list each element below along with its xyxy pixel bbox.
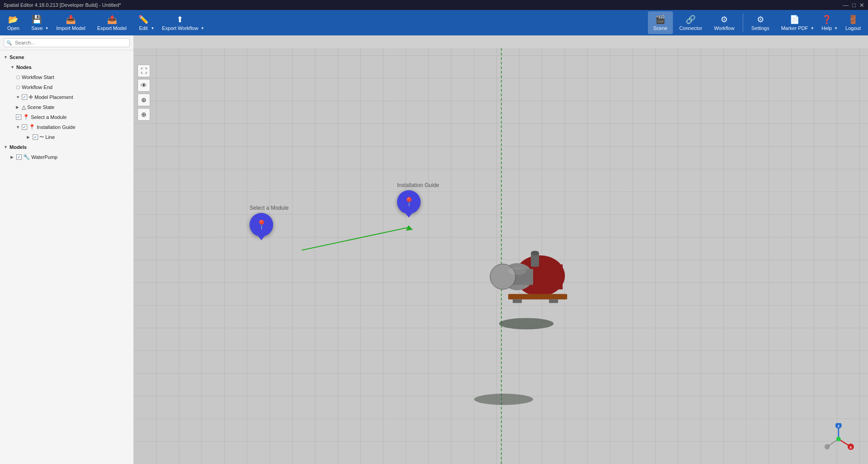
export-model-button[interactable]: 📤 Export Model — [92, 11, 132, 34]
svg-marker-1 — [406, 225, 413, 231]
export-workflow-button[interactable]: ⬆ Export Workflow — [157, 11, 206, 34]
annotation2-pin-icon: 📍 — [403, 197, 415, 207]
select-module-icon: 📍 — [23, 113, 29, 121]
workflow-end-item[interactable]: ⬡ Workflow End — [0, 82, 133, 92]
scene-state-item[interactable]: ▶ △ Scene State — [0, 102, 133, 112]
scene-state-arrow: ▶ — [16, 103, 20, 111]
scene-button[interactable]: 🎬 Scene — [648, 11, 673, 34]
svg-point-20 — [824, 444, 830, 449]
titlebar: Spatial Editor 4.18.0.213 [Developer Bui… — [0, 0, 868, 10]
export-model-icon: 📤 — [107, 15, 117, 25]
main-toolbar: 📂 Open 💾 Save 📥 Import Model 📤 Export Mo… — [0, 10, 868, 35]
open-icon: 📂 — [8, 15, 18, 25]
water-pump-item[interactable]: ▶ 🔧 WaterPump — [0, 152, 133, 162]
svg-rect-11 — [549, 299, 558, 303]
import-icon: 📥 — [66, 15, 76, 25]
export-workflow-icon: ⬆ — [177, 15, 183, 25]
svg-point-12 — [508, 267, 526, 275]
maximize-button[interactable]: □ — [852, 2, 856, 9]
save-button[interactable]: 💾 Save — [26, 11, 50, 34]
water-pump-model — [463, 239, 590, 322]
workflow-start-icon: ⬡ — [16, 73, 20, 81]
nodes-arrow: ▼ — [10, 63, 15, 71]
svg-line-0 — [302, 227, 408, 250]
logout-icon: 🚪 — [848, 15, 858, 25]
help-icon: ❓ — [822, 15, 832, 25]
water-pump-icon: 🔧 — [23, 153, 30, 161]
window-controls: — □ ✕ — [843, 2, 864, 9]
expand-tool[interactable]: ⛶ — [137, 64, 150, 77]
select-module-item[interactable]: 📍 Select a Module — [0, 112, 133, 122]
settings-icon: ⚙ — [757, 15, 764, 25]
model-placement-checkbox[interactable] — [22, 94, 27, 100]
workflow-start-item[interactable]: ⬡ Workflow Start — [0, 72, 133, 82]
eye-tool[interactable]: 👁 — [137, 79, 150, 92]
key-tool[interactable]: ⊕ — [137, 94, 150, 106]
model-placement-arrow: ▼ — [16, 93, 20, 101]
line-item[interactable]: ▶ 〜 Line — [0, 132, 133, 142]
sidebar: ▼ Scene ▼ Nodes ⬡ Workflow Start ⬡ Workf… — [0, 35, 134, 464]
zoom-tool[interactable]: ⊕ — [137, 108, 150, 121]
workflow-button[interactable]: ⚙ Workflow — [709, 11, 740, 34]
svg-point-21 — [836, 437, 841, 441]
viewport-3d[interactable]: ⛶ 👁 ⊕ ⊕ — [134, 48, 868, 464]
svg-point-6 — [490, 264, 515, 289]
import-model-button[interactable]: 📥 Import Model — [51, 11, 91, 34]
scene-state-icon: △ — [22, 103, 26, 111]
workflow-end-icon: ⬡ — [16, 83, 20, 91]
scene-root[interactable]: ▼ Scene — [0, 52, 133, 62]
water-pump-arrow: ▶ — [10, 153, 15, 161]
line-arrow: ▶ — [27, 133, 31, 141]
nodes-group[interactable]: ▼ Nodes — [0, 62, 133, 72]
model-placement-icon: ✛ — [29, 93, 33, 101]
minimize-button[interactable]: — — [843, 2, 848, 9]
annotation2-label: Installation Guide — [397, 182, 439, 188]
model-placement-item[interactable]: ▼ ✛ Model Placement — [0, 92, 133, 102]
save-icon: 💾 — [32, 15, 42, 25]
installation-guide-checkbox[interactable] — [22, 124, 27, 130]
scene-icon: 🎬 — [655, 15, 665, 25]
help-button[interactable]: ❓ Help — [816, 11, 839, 34]
app-title: Spatial Editor 4.18.0.213 [Developer Bui… — [4, 2, 121, 8]
toolbar-sep — [743, 14, 743, 32]
annotation2-circle[interactable]: 📍 — [397, 190, 421, 214]
svg-rect-9 — [508, 294, 567, 299]
annotation1-pin-icon: 📍 — [256, 219, 267, 230]
svg-text:Z: Z — [838, 424, 840, 428]
ground-shadow — [474, 394, 533, 405]
search-bar — [0, 35, 133, 50]
connector-button[interactable]: 🔗 Connector — [674, 11, 708, 34]
annotation1-circle[interactable]: 📍 — [250, 213, 273, 237]
annotation-installation-guide[interactable]: Installation Guide 📍 — [397, 182, 439, 214]
main-content: ▼ Scene ▼ Nodes ⬡ Workflow Start ⬡ Workf… — [0, 35, 868, 464]
svg-text:X: X — [849, 445, 852, 449]
pump-shadow — [499, 318, 554, 329]
marker-pdf-icon: 📄 — [790, 15, 799, 25]
installation-guide-item[interactable]: ▼ 📍 Installation Guide — [0, 122, 133, 132]
edit-button[interactable]: ✏️ Edit — [133, 11, 156, 34]
toolbar-right: 🎬 Scene 🔗 Connector ⚙ Workflow ⚙ Setting… — [648, 11, 866, 34]
search-input[interactable] — [4, 38, 130, 47]
select-module-checkbox[interactable] — [16, 114, 21, 120]
workflow-icon: ⚙ — [721, 15, 728, 25]
axis-gizmo: Z X — [823, 423, 854, 455]
models-group[interactable]: ▼ Models — [0, 142, 133, 152]
settings-button[interactable]: ⚙ Settings — [746, 11, 775, 34]
line-checkbox[interactable] — [33, 134, 38, 140]
logout-button[interactable]: 🚪 Logout — [840, 11, 866, 34]
svg-point-8 — [531, 251, 539, 255]
line-icon: 〜 — [39, 133, 44, 141]
scene-tree: ▼ Scene ▼ Nodes ⬡ Workflow Start ⬡ Workf… — [0, 50, 133, 464]
install-guide-arrow: ▼ — [16, 123, 20, 131]
annotation-select-module[interactable]: Select a Module 📍 — [250, 205, 289, 237]
installation-guide-icon: 📍 — [29, 123, 35, 131]
viewport-tools: ⛶ 👁 ⊕ ⊕ — [137, 64, 150, 121]
close-button[interactable]: ✕ — [859, 2, 864, 9]
connector-icon: 🔗 — [686, 15, 696, 25]
annotation1-label: Select a Module — [250, 205, 289, 211]
water-pump-checkbox[interactable] — [16, 154, 22, 160]
models-arrow: ▼ — [4, 143, 8, 151]
open-button[interactable]: 📂 Open — [2, 11, 25, 34]
marker-pdf-button[interactable]: 📄 Marker PDF — [775, 11, 815, 34]
edit-icon: ✏️ — [138, 15, 148, 25]
